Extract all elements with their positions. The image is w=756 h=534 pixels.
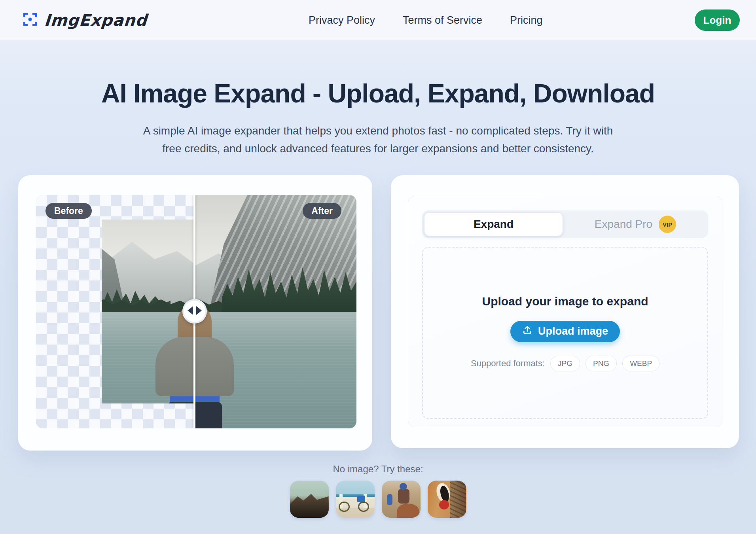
main-nav: Privacy Policy Terms of Service Pricing — [309, 0, 543, 40]
compare-slider-handle[interactable] — [182, 299, 207, 324]
format-chip-jpg: JPG — [550, 356, 580, 371]
format-chip-png: PNG — [585, 356, 617, 371]
sample-thumb-desert[interactable] — [382, 481, 421, 518]
nav-privacy-policy[interactable]: Privacy Policy — [309, 14, 375, 27]
before-photo — [102, 220, 195, 403]
tree-trunk — [450, 481, 466, 518]
mode-tabs: Expand Expand Pro VIP — [422, 210, 708, 238]
vip-badge: VIP — [659, 216, 676, 233]
canyon-ridge — [290, 488, 329, 518]
before-photo-scene — [102, 220, 195, 403]
bike-wheel — [358, 502, 369, 512]
person-pants — [167, 402, 195, 403]
samples-prompt: No image? Try these: — [0, 464, 756, 475]
sample-thumb-bicycle[interactable] — [336, 481, 375, 518]
bird-red-patch — [439, 500, 449, 509]
brand-logo[interactable]: ImgExpand — [22, 0, 147, 40]
nav-terms-of-service[interactable]: Terms of Service — [403, 14, 482, 27]
page-title: AI Image Expand - Upload, Expand, Downlo… — [0, 78, 756, 108]
comparison-card: Before After — [18, 175, 372, 451]
nav-pricing[interactable]: Pricing — [510, 14, 543, 27]
upload-image-button[interactable]: Upload image — [510, 321, 620, 342]
before-transparent-area — [36, 195, 195, 428]
formats-label: Supported formats: — [471, 358, 545, 369]
subtitle-line-1: A simple AI image expander that helps yo… — [0, 122, 756, 140]
bike-wheel — [339, 502, 349, 512]
tab-expand[interactable]: Expand — [424, 213, 563, 236]
tab-expand-pro[interactable]: Expand Pro VIP — [565, 210, 706, 238]
subtitle-line-2: free credits, and unlock advanced featur… — [0, 140, 756, 157]
brand-name: ImgExpand — [44, 11, 148, 29]
upload-dropzone[interactable]: Upload your image to expand Upload image… — [422, 247, 708, 419]
supported-formats: Supported formats: JPG PNG WEBP — [471, 356, 659, 371]
header: ImgExpand Privacy Policy Terms of Servic… — [0, 0, 756, 41]
walking-figure — [387, 494, 392, 505]
camel-shape — [397, 504, 419, 518]
person-hoodie — [155, 337, 195, 396]
sample-thumb-woodpecker[interactable] — [428, 481, 466, 518]
upload-card: Expand Expand Pro VIP Upload your image … — [391, 175, 739, 448]
after-badge: After — [303, 203, 341, 219]
sample-thumb-canyon[interactable] — [290, 481, 329, 518]
upload-icon — [522, 325, 532, 338]
rider-body — [398, 489, 409, 504]
page-subtitle: A simple AI image expander that helps yo… — [0, 122, 756, 157]
upload-title: Upload your image to expand — [482, 295, 648, 308]
sample-thumbnails — [0, 481, 756, 518]
upload-panel: Expand Expand Pro VIP Upload your image … — [408, 196, 722, 427]
login-button[interactable]: Login — [695, 9, 740, 31]
upload-button-label: Upload image — [538, 325, 608, 337]
before-after-comparison: Before After — [36, 195, 356, 428]
before-badge: Before — [45, 203, 92, 219]
tab-expand-pro-label: Expand Pro — [595, 218, 652, 231]
format-chip-webp: WEBP — [622, 356, 659, 371]
railing-bar — [336, 497, 375, 499]
left-right-arrows-icon — [187, 306, 202, 317]
bike-bag — [357, 496, 365, 502]
expand-frame-icon — [22, 11, 38, 29]
